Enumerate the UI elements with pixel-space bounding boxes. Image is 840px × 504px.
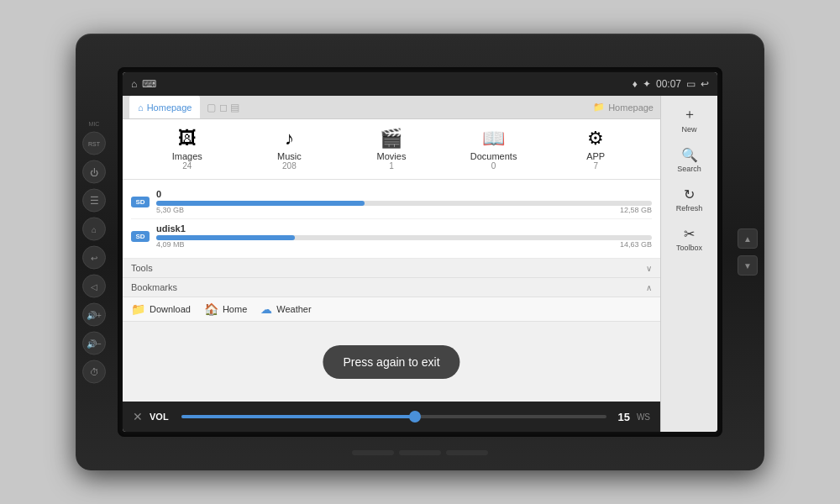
images-count: 24	[182, 161, 192, 171]
volume-fill	[181, 415, 415, 418]
vol-up-button[interactable]: 🔊+	[82, 303, 106, 327]
file-type-app[interactable]: ⚙ APP 7	[544, 128, 647, 171]
bookmarks-section: Bookmarks ∧ 📁 Download 🏠 Home	[123, 278, 660, 322]
toolbox-icon: ✂	[684, 226, 695, 242]
main-area: ⌂ Homepage ▢ ◻ ▤ 📁 Homepage 🖼	[123, 96, 717, 432]
documents-count: 0	[491, 161, 496, 171]
storage-used-1: 4,09 MB	[156, 240, 185, 249]
right-toolbar: ＋ New 🔍 Search ↻ Refresh ✂ Toolbox	[660, 96, 717, 432]
documents-label: Documents	[470, 151, 517, 161]
bookmark-home[interactable]: 🏠 Home	[204, 302, 247, 316]
movies-count: 1	[389, 161, 394, 171]
menu-button[interactable]: ☰	[82, 189, 106, 213]
toolbar-toolbox-button[interactable]: ✂ Toolbox	[661, 221, 717, 257]
toolbar-new-button[interactable]: ＋ New	[661, 101, 717, 139]
file-types-row: 🖼 Images 24 ♪ Music 208 🎬 Movies 1	[123, 119, 660, 180]
bluetooth-icon: ✦	[643, 78, 651, 90]
storage-item-0[interactable]: SD 0 5,30 GB 12,58 GB	[131, 185, 652, 219]
power-button[interactable]: ⏻	[82, 160, 106, 184]
home-status-icon: ⌂	[131, 78, 137, 90]
vent-2	[399, 450, 441, 455]
volume-label: VOL	[150, 412, 175, 422]
volume-extra-label: WS	[637, 412, 650, 422]
app-icon: ⚙	[587, 128, 604, 150]
breadcrumb: 📁 Homepage	[593, 102, 654, 113]
music-icon: ♪	[285, 128, 294, 150]
images-icon: 🖼	[178, 128, 197, 150]
storage-info-0: 0 5,30 GB 12,58 GB	[156, 189, 652, 214]
bookmarks-label: Bookmarks	[131, 282, 177, 292]
bookmark-download[interactable]: 📁 Download	[131, 302, 191, 316]
weather-icon: ☁	[260, 302, 272, 316]
images-label: Images	[172, 151, 202, 161]
sd-badge-0: SD	[131, 197, 150, 207]
refresh-icon: ↻	[684, 186, 695, 202]
tools-section-header[interactable]: Tools ∨	[123, 259, 660, 278]
mic-label: MIC	[89, 121, 100, 127]
bookmark-download-label: Download	[150, 304, 191, 314]
tab-homepage-active[interactable]: ⌂ Homepage	[129, 96, 200, 118]
file-type-music[interactable]: ♪ Music 208	[239, 128, 341, 171]
home-button[interactable]: ⌂	[82, 218, 106, 241]
vol-down-button[interactable]: 🔊−	[82, 332, 106, 355]
movies-icon: 🎬	[380, 128, 402, 150]
tools-chevron-icon: ∨	[646, 264, 652, 273]
bookmarks-section-header[interactable]: Bookmarks ∧	[123, 278, 660, 297]
left-controls: MIC RST ⏻ ☰ ⌂ ↩ ◁ 🔊+ 🔊− ⏱	[82, 121, 106, 384]
bookmark-weather-label: Weather	[276, 304, 311, 314]
tab-separator-icons: ▢ ◻ ▤	[207, 102, 239, 113]
file-browser: ⌂ Homepage ▢ ◻ ▤ 📁 Homepage 🖼	[123, 96, 660, 432]
sd-badge-1: SD	[131, 231, 150, 242]
battery-icon: ▭	[686, 78, 696, 90]
search-label: Search	[677, 165, 701, 173]
tab-bar: ⌂ Homepage ▢ ◻ ▤ 📁 Homepage	[123, 96, 660, 119]
location-icon: ♦	[633, 78, 638, 90]
bottom-vent	[352, 450, 488, 455]
new-label: New	[681, 125, 696, 134]
screen-bezel: ⌂ ⌨ ♦ ✦ 00:07 ▭ ↩ ⌂	[118, 67, 722, 437]
bookmark-home-icon: 🏠	[204, 302, 218, 316]
status-right-icons: ♦ ✦ 00:07 ▭ ↩	[633, 78, 709, 90]
bookmark-items: 📁 Download 🏠 Home ☁ Weather	[123, 297, 660, 321]
storage-total-0: 12,58 GB	[620, 206, 652, 214]
content-area: Press again to exit	[123, 322, 660, 402]
right-btn-2[interactable]: ▼	[738, 255, 758, 276]
breadcrumb-folder-icon: 📁	[593, 102, 605, 113]
volume-number: 15	[613, 411, 630, 423]
app-label: APP	[586, 151, 605, 161]
right-btn-1[interactable]: ▲	[738, 228, 758, 249]
close-volume-icon[interactable]: ✕	[133, 410, 143, 423]
car-unit: MAXEDE MIC RST ⏻ ☰ ⌂ ↩ ◁ 🔊+ 🔊− ⏱ ⌂ ⌨ ♦ ✦…	[76, 34, 764, 470]
storage-total-1: 14,63 GB	[620, 240, 652, 249]
volume-slider[interactable]	[181, 415, 606, 418]
documents-icon: 📖	[482, 128, 505, 150]
movies-label: Movies	[377, 151, 407, 161]
new-icon: ＋	[683, 106, 696, 123]
tab-home-icon: ⌂	[138, 102, 144, 113]
file-type-documents[interactable]: 📖 Documents 0	[443, 128, 545, 171]
file-type-movies[interactable]: 🎬 Movies 1	[340, 128, 443, 171]
screen: ⌂ ⌨ ♦ ✦ 00:07 ▭ ↩ ⌂	[123, 72, 717, 432]
nav-button[interactable]: ◁	[82, 275, 106, 298]
back-button[interactable]: ↩	[82, 246, 106, 270]
storage-info-1: udisk1 4,09 MB 14,63 GB	[156, 223, 652, 249]
storage-item-1[interactable]: SD udisk1 4,09 MB 14,63 GB	[131, 219, 652, 253]
time-display: 00:07	[656, 78, 681, 90]
clock-button[interactable]: ⏱	[82, 360, 106, 384]
bookmarks-chevron-icon: ∧	[646, 283, 652, 292]
rst-button[interactable]: RST	[82, 132, 106, 155]
status-bar: ⌂ ⌨ ♦ ✦ 00:07 ▭ ↩	[123, 72, 717, 96]
storage-section: SD 0 5,30 GB 12,58 GB	[123, 180, 660, 259]
file-type-images[interactable]: 🖼 Images 24	[136, 128, 239, 171]
refresh-label: Refresh	[676, 204, 703, 213]
vent-3	[446, 450, 488, 455]
storage-used-0: 5,30 GB	[156, 206, 184, 214]
bookmark-weather[interactable]: ☁ Weather	[260, 302, 311, 316]
download-icon: 📁	[131, 302, 145, 316]
toolbar-refresh-button[interactable]: ↻ Refresh	[661, 181, 717, 218]
volume-thumb[interactable]	[409, 411, 421, 423]
app-count: 7	[593, 161, 598, 171]
toolbar-search-button[interactable]: 🔍 Search	[661, 142, 717, 178]
tab-homepage-label: Homepage	[147, 102, 192, 113]
toolbox-label: Toolbox	[676, 244, 702, 252]
